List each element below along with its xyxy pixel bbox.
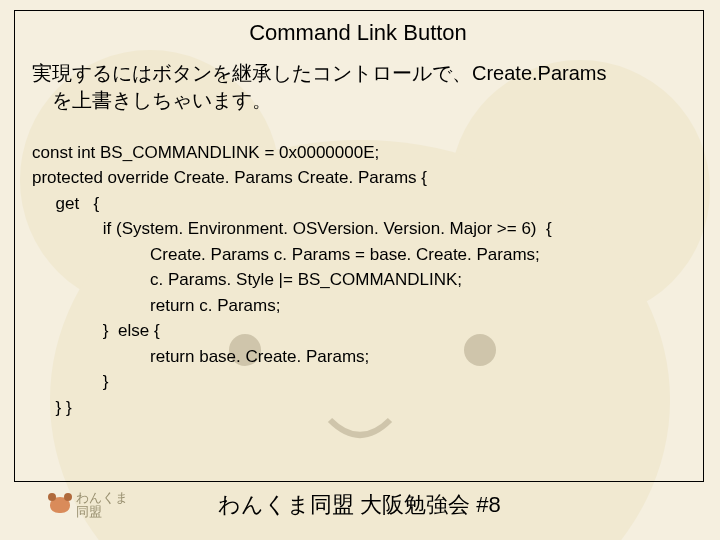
logo-text-line-1: わんくま (76, 491, 128, 505)
code-line: if (System. Environment. OSVersion. Vers… (32, 219, 552, 238)
code-line: return c. Params; (32, 296, 280, 315)
slide-content: Command Link Button 実現するにはボタンを継承したコントロール… (14, 10, 702, 420)
code-line: } } (32, 398, 72, 417)
desc-line-1: 実現するにはボタンを継承したコントロールで、Create.Params (32, 62, 607, 84)
desc-line-2: を上書きしちゃいます。 (52, 89, 272, 111)
description-text: 実現するにはボタンを継承したコントロールで、Create.Params を上書き… (32, 60, 692, 114)
logo-text: わんくま 同盟 (76, 491, 128, 520)
code-line: Create. Params c. Params = base. Create.… (32, 245, 540, 264)
footer: わんくま 同盟 わんくま同盟 大阪勉強会 #8 (0, 482, 720, 528)
logo-text-line-2: 同盟 (76, 505, 128, 519)
code-line: get { (32, 194, 99, 213)
code-line: } (32, 372, 109, 391)
code-line: } else { (32, 321, 160, 340)
code-block: const int BS_COMMANDLINK = 0x0000000E; p… (32, 114, 702, 420)
logo: わんくま 同盟 (50, 491, 128, 520)
code-line: c. Params. Style |= BS_COMMANDLINK; (32, 270, 462, 289)
footer-title: わんくま同盟 大阪勉強会 #8 (218, 490, 501, 520)
code-line: return base. Create. Params; (32, 347, 369, 366)
bear-logo-icon (50, 497, 70, 513)
code-line: protected override Create. Params Create… (32, 168, 427, 187)
slide-title: Command Link Button (14, 20, 702, 46)
code-line: const int BS_COMMANDLINK = 0x0000000E; (32, 143, 379, 162)
